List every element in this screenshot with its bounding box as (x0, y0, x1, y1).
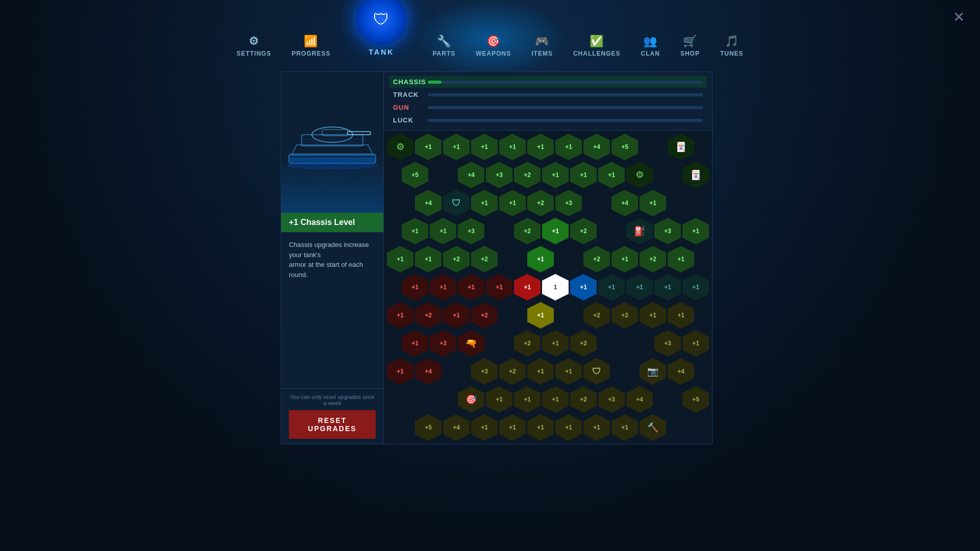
nav-items[interactable]: 🎮 ITEMS (521, 32, 563, 61)
hex-val-4-10[interactable]: +1 (668, 246, 694, 272)
hex-val-5-9[interactable]: +1 (654, 274, 681, 300)
hex-val-9-10[interactable]: +5 (682, 386, 709, 413)
hex-val-8-6[interactable]: +1 (555, 358, 582, 385)
hex-val-10-1[interactable]: +5 (415, 414, 442, 441)
nav-weapons[interactable]: 🎯 WEAPONS (465, 32, 521, 61)
hex-val-6-10[interactable]: +1 (668, 302, 694, 329)
hex-val-8-0[interactable]: +1 (387, 358, 413, 385)
hex-val-0-7[interactable]: +4 (583, 134, 610, 160)
nav-clan[interactable]: 👥 CLAN (631, 32, 670, 61)
hex-val-6-9[interactable]: +1 (640, 302, 666, 329)
nav-challenges[interactable]: ✅ CHALLENGES (563, 32, 631, 61)
hex-val-0-3[interactable]: +1 (471, 134, 498, 160)
hex-icon-7-2[interactable]: 🔫 (458, 330, 484, 357)
hex-val-9-4[interactable]: +1 (514, 386, 541, 413)
cat-chassis[interactable]: CHASSIS (389, 76, 707, 88)
hex-val-6-8[interactable]: +2 (611, 302, 638, 329)
hex-val-2-3[interactable]: +1 (471, 190, 498, 216)
hex-val-7-4[interactable]: +2 (514, 330, 541, 357)
hex-val-0-2[interactable]: +1 (443, 134, 470, 160)
cat-gun[interactable]: GUN (389, 102, 707, 113)
hex-val-1-2[interactable]: +4 (458, 162, 484, 188)
hex-icon-1-8[interactable]: ⚙ (626, 162, 653, 188)
hex-val-5-4[interactable]: +1 (514, 274, 541, 300)
hex-val-1-4[interactable]: +2 (514, 162, 541, 188)
hex-val-8-1[interactable]: +4 (415, 358, 442, 385)
hex-val-4-0[interactable]: +1 (387, 246, 413, 272)
hex-icon-0-10[interactable]: 🃏 (668, 134, 694, 160)
hex-val-2-9[interactable]: +1 (640, 190, 666, 216)
hex-val-7-1[interactable]: +3 (430, 330, 456, 357)
hex-val-0-4[interactable]: +1 (499, 134, 526, 160)
close-button[interactable]: ✕ (953, 10, 965, 24)
hex-val-1-3[interactable]: +3 (486, 162, 512, 188)
hex-val-3-4[interactable]: +2 (514, 218, 541, 244)
hex-val-5-0[interactable]: +1 (402, 274, 428, 300)
nav-parts[interactable]: 🔧 PARTS (422, 32, 465, 61)
hex-val-4-3[interactable]: +2 (471, 246, 498, 272)
hex-val-10-6[interactable]: +1 (555, 414, 582, 441)
hex-val-3-9[interactable]: +3 (654, 218, 681, 244)
hex-val-5-10[interactable]: +1 (682, 274, 709, 300)
cat-luck[interactable]: LUCK (389, 114, 707, 126)
hex-val-8-3[interactable]: +3 (471, 358, 498, 385)
hex-val-10-7[interactable]: +1 (583, 414, 610, 441)
cat-track[interactable]: TRACK (389, 89, 707, 101)
hex-val-0-8[interactable]: +5 (611, 134, 638, 160)
hex-val-4-9[interactable]: +2 (640, 246, 666, 272)
hex-val-9-7[interactable]: +3 (598, 386, 625, 413)
hex-val-3-6[interactable]: +2 (570, 218, 597, 244)
hex-val-6-5[interactable]: +1 (527, 302, 554, 329)
hex-val-8-5[interactable]: +1 (527, 358, 554, 385)
hex-val-4-5[interactable]: +1 (527, 246, 554, 272)
hex-val-3-1[interactable]: +1 (430, 218, 456, 244)
hex-val-2-4[interactable]: +1 (499, 190, 526, 216)
hex-val-9-5[interactable]: +1 (542, 386, 569, 413)
nav-tunes[interactable]: 🎵 TUNES (710, 32, 754, 61)
hex-icon-10-9[interactable]: 🔨 (640, 414, 666, 441)
hex-val-3-2[interactable]: +3 (458, 218, 484, 244)
hex-val-5-3[interactable]: +1 (486, 274, 512, 300)
nav-progress[interactable]: 📶 PROGRESS (281, 32, 340, 61)
hex-val-10-3[interactable]: +1 (471, 414, 498, 441)
hex-val-9-8[interactable]: +4 (626, 386, 653, 413)
hex-icon-2-2[interactable]: 🛡 (443, 190, 470, 216)
hex-val-1-7[interactable]: +1 (598, 162, 625, 188)
hex-val-10-4[interactable]: +1 (499, 414, 526, 441)
hex-val-3-0[interactable]: +1 (402, 218, 428, 244)
hex-val-0-6[interactable]: +1 (555, 134, 582, 160)
hex-icon-8-7[interactable]: 🛡 (583, 358, 610, 385)
hex-icon-8-9[interactable]: 📷 (640, 358, 666, 385)
hex-val-4-7[interactable]: +2 (583, 246, 610, 272)
hex-val-5-5[interactable]: 1 (542, 274, 569, 300)
hex-val-4-1[interactable]: +1 (415, 246, 442, 272)
hex-val-3-10[interactable]: +1 (682, 218, 709, 244)
hex-val-7-0[interactable]: +1 (402, 330, 428, 357)
nav-settings[interactable]: ⚙ SETTINGS (226, 32, 281, 61)
hex-val-10-5[interactable]: +1 (527, 414, 554, 441)
hex-val-5-2[interactable]: +1 (458, 274, 484, 300)
hex-val-1-6[interactable]: +1 (570, 162, 597, 188)
hex-val-2-8[interactable]: +4 (611, 190, 638, 216)
hex-val-5-6[interactable]: +1 (570, 274, 597, 300)
hex-icon-9-2[interactable]: 🎯 (458, 386, 484, 413)
hex-val-7-9[interactable]: +3 (654, 330, 681, 357)
hex-val-6-7[interactable]: +2 (583, 302, 610, 329)
hex-val-2-1[interactable]: +4 (415, 190, 442, 216)
hex-val-6-1[interactable]: +2 (415, 302, 442, 329)
hex-val-2-5[interactable]: +2 (527, 190, 554, 216)
hex-icon-0-0[interactable]: ⚙ (387, 134, 413, 160)
hex-val-5-7[interactable]: +1 (598, 274, 625, 300)
hex-val-9-6[interactable]: +2 (570, 386, 597, 413)
hex-val-4-2[interactable]: +2 (443, 246, 470, 272)
hex-val-0-1[interactable]: +1 (415, 134, 442, 160)
hex-val-1-5[interactable]: +1 (542, 162, 569, 188)
hex-val-7-6[interactable]: +2 (570, 330, 597, 357)
nav-shop[interactable]: 🛒 SHOP (670, 32, 710, 61)
hex-val-0-5[interactable]: +1 (527, 134, 554, 160)
reset-upgrades-button[interactable]: RESET UPGRADES (289, 410, 376, 439)
hex-val-10-8[interactable]: +1 (611, 414, 638, 441)
hex-val-6-2[interactable]: +1 (443, 302, 470, 329)
hex-val-5-1[interactable]: +1 (430, 274, 456, 300)
hex-val-2-6[interactable]: +3 (555, 190, 582, 216)
